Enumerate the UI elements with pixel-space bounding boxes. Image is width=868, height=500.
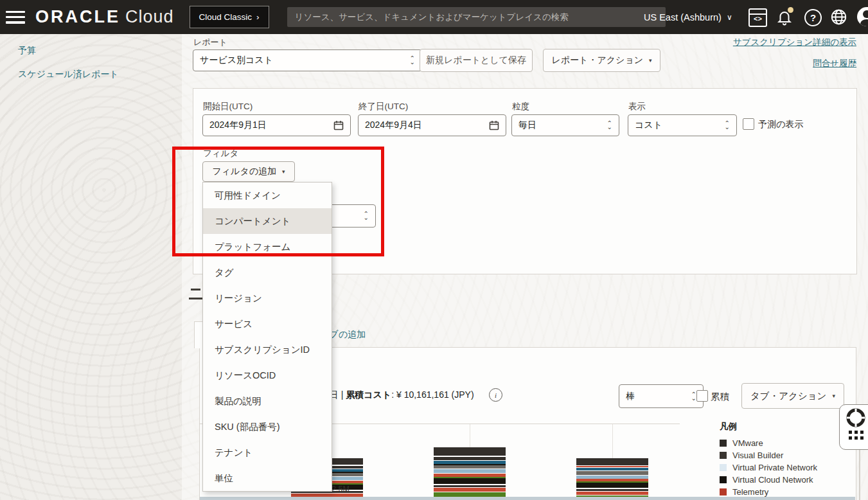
save-as-new-report-button[interactable]: 新規レポートとして保存: [420, 49, 533, 72]
language-globe-icon[interactable]: [830, 8, 847, 26]
stacked-bar[interactable]: [434, 447, 506, 500]
support-floating-widget[interactable]: [839, 404, 868, 450]
legend-label: Visual Builder: [732, 451, 783, 460]
chevron-down-icon: ∨: [727, 13, 732, 22]
display-label: 表示: [628, 101, 646, 112]
legend-swatch: [720, 488, 727, 496]
start-date-label: 開始日(UTC): [203, 101, 252, 112]
filter-menu-item[interactable]: SKU (部品番号): [203, 414, 332, 440]
filter-menu-item[interactable]: サブスクリプションID: [203, 337, 332, 362]
cloud-classic-button[interactable]: Cloud Classic ›: [190, 6, 269, 28]
select-chevrons-icon: ⌃⌄: [410, 57, 415, 64]
legend-title: 凡例: [720, 421, 737, 433]
end-date-input[interactable]: 2024年9月4日: [358, 114, 506, 136]
grid-dots-icon[interactable]: [849, 431, 864, 440]
filter-menu-item[interactable]: タグ: [203, 260, 332, 285]
sidebar-item-budgets[interactable]: 予算: [18, 45, 36, 57]
filter-menu-item[interactable]: リソースOCID: [203, 362, 332, 388]
legend-item[interactable]: VMware: [720, 437, 817, 449]
legend-label: Virtual Private Network: [732, 463, 817, 472]
notifications-bell-icon[interactable]: [776, 8, 793, 26]
legend-label: VMware: [732, 438, 763, 448]
legend-swatch: [720, 452, 727, 459]
horizontal-scrollbar[interactable]: [200, 497, 855, 500]
chevron-right-icon: ›: [256, 12, 260, 22]
caret-down-icon: ▾: [649, 57, 652, 64]
filter-menu-item[interactable]: プラットフォーム: [203, 234, 332, 260]
legend-swatch: [720, 440, 727, 447]
help-icon[interactable]: ?: [804, 9, 822, 26]
calendar-icon[interactable]: [333, 120, 344, 130]
legend-item[interactable]: Visual Builder: [720, 449, 817, 461]
caret-down-icon: ▾: [832, 393, 835, 399]
profile-avatar-icon[interactable]: [857, 7, 868, 24]
global-search-input[interactable]: [287, 7, 666, 27]
legend-item[interactable]: Virtual Cloud Network: [720, 474, 817, 486]
life-ring-icon[interactable]: [846, 408, 865, 427]
cumulative-cost-value: : ¥ 10,161,161 (JPY): [391, 389, 474, 400]
top-bar: ORACLE Cloud Cloud Classic › US East (As…: [0, 0, 868, 34]
filter-menu-item[interactable]: サービス: [203, 311, 332, 337]
y-axis-tick-label: 2.5M: [332, 485, 350, 494]
granularity-select[interactable]: 毎日 ⌃⌄: [511, 114, 619, 136]
report-actions-button[interactable]: レポート・アクション ▾: [543, 49, 660, 72]
calendar-icon[interactable]: [489, 120, 499, 130]
occluded-heading-fragment: [191, 289, 200, 290]
end-date-label: 終了日(UTC): [359, 101, 408, 112]
filter-menu-item[interactable]: 製品の説明: [203, 388, 332, 414]
info-icon[interactable]: i: [489, 388, 502, 402]
legend-swatch: [720, 476, 727, 483]
filter-menu-item[interactable]: テナント: [203, 440, 332, 465]
logo-oracle-text: ORACLE: [35, 7, 120, 27]
add-filter-dropdown-menu: 可用性ドメイン コンパートメント プラットフォーム タグ リージョン サービス …: [202, 182, 332, 492]
occluded-heading-fragment: [189, 298, 202, 299]
oracle-cloud-logo[interactable]: ORACLE Cloud: [35, 7, 174, 27]
select-chevrons-icon: ⌃⌄: [607, 121, 612, 129]
cumulative-checkbox[interactable]: [696, 390, 708, 402]
start-date-input[interactable]: 2024年9月1日: [202, 114, 351, 136]
select-chevrons-icon: ⌃⌄: [364, 212, 369, 220]
legend-swatch: [720, 464, 727, 471]
filter-menu-item[interactable]: リージョン: [203, 285, 332, 311]
forecast-checkbox-label: 予測の表示: [758, 119, 803, 130]
report-select[interactable]: サービス別コスト ⌃⌄: [193, 49, 422, 71]
report-label: レポート: [193, 37, 227, 48]
select-chevrons-icon: ⌃⌄: [725, 121, 730, 129]
display-select[interactable]: コスト ⌃⌄: [628, 114, 737, 136]
filter-menu-item[interactable]: 単位: [203, 465, 332, 491]
query-history-link[interactable]: 問合せ履歴: [813, 58, 856, 69]
page: ORACLE Cloud Cloud Classic › US East (As…: [0, 0, 868, 500]
caret-down-icon: ▾: [282, 168, 285, 175]
tab-actions-button[interactable]: タブ・アクション ▾: [741, 383, 844, 409]
vertical-scrollbar[interactable]: [859, 449, 860, 500]
filter-menu-item[interactable]: コンパートメント: [203, 208, 332, 234]
forecast-checkbox[interactable]: [743, 118, 754, 130]
stacked-bar[interactable]: [576, 458, 648, 500]
logo-cloud-text: Cloud: [125, 7, 174, 27]
cost-summary: 4日 | 累積コスト: ¥ 10,161,161 (JPY): [324, 389, 474, 401]
add-filter-button[interactable]: フィルタの追加 ▾: [202, 161, 295, 182]
cumulative-cost-label: 累積コスト: [346, 389, 391, 400]
filter-menu-item[interactable]: 可用性ドメイン: [203, 183, 332, 208]
select-chevrons-icon: ⌃⌄: [691, 393, 696, 400]
sidebar-item-scheduled-reports[interactable]: スケジュール済レポート: [18, 69, 119, 80]
legend: VMware Visual Builder Virtual Private Ne…: [720, 437, 817, 498]
hamburger-menu-icon[interactable]: [6, 11, 25, 24]
granularity-label: 粒度: [512, 101, 529, 112]
filter-label: フィルタ: [203, 148, 238, 159]
cumulative-checkbox-label: 累積: [711, 391, 729, 403]
legend-label: Telemetry: [732, 487, 768, 497]
subscription-details-link[interactable]: サブスクリプション詳細の表示: [733, 37, 856, 48]
legend-item[interactable]: Virtual Private Network: [720, 461, 817, 474]
region-selector[interactable]: US East (Ashburn) ∨: [644, 0, 732, 34]
cloud-shell-icon[interactable]: <>: [748, 8, 766, 26]
chart-type-select[interactable]: 棒 ⌃⌄: [619, 384, 704, 408]
legend-label: Virtual Cloud Network: [732, 475, 813, 485]
